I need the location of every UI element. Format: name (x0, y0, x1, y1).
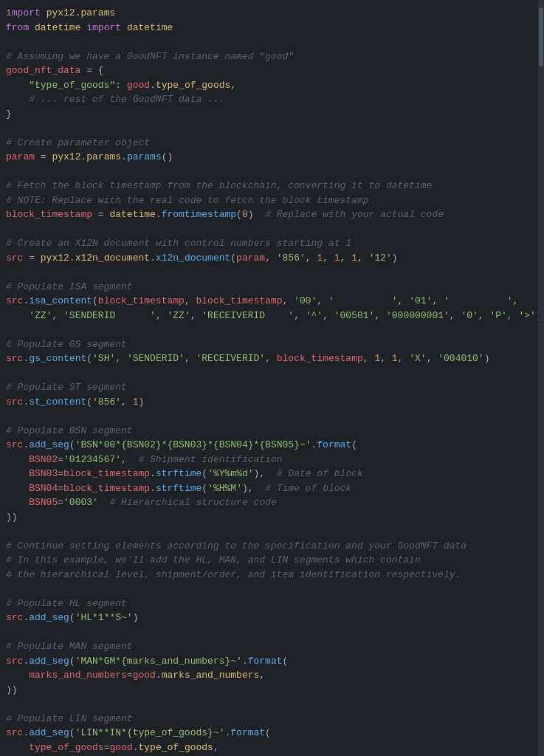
code-line-42: # Populate HL segment (6, 597, 529, 611)
code-line-48: )) (6, 683, 529, 698)
code-line-43: src.add_seg('HL*1**S~') (6, 611, 529, 625)
scrollbar-thumb[interactable] (539, 7, 543, 66)
code-line-37 (6, 524, 529, 539)
code-line-52: type_of_goods=good.type_of_goods, (6, 740, 529, 755)
code-line-19 (6, 265, 529, 280)
code-line-10: # Create parameter object (6, 136, 529, 151)
code-line-33: BSN03=block_timestamp.strftime('%Y%m%d')… (6, 467, 529, 481)
code-line-40: # the hierarchical level, shipment/order… (6, 568, 529, 583)
code-line-27: # Populate ST segment (6, 380, 529, 395)
code-line-25: src.gs_content('SH', 'SENDERID', 'RECEIV… (6, 351, 529, 366)
code-line-26 (6, 366, 529, 381)
code-line-51: src.add_seg('LIN**IN*{type_of_goods}~'.f… (6, 726, 529, 740)
code-line-16 (6, 222, 529, 237)
code-line-8: } (6, 107, 529, 122)
code-line-1: import pyx12.params (6, 6, 529, 21)
code-editor: import pyx12.params from datetime import… (0, 0, 544, 756)
code-line-21: src.isa_content(block_timestamp, block_t… (6, 294, 529, 309)
code-line-5: good_nft_data = { (6, 63, 529, 78)
scrollbar-track[interactable] (538, 0, 544, 756)
code-line-38: # Continue setting elements according to… (6, 539, 529, 554)
code-line-9 (6, 121, 529, 136)
code-line-47: marks_and_numbers=good.marks_and_numbers… (6, 668, 529, 683)
code-line-23 (6, 323, 529, 337)
code-line-22: 'ZZ', 'SENDERID ', 'ZZ', 'RECEIVERID ', … (6, 309, 529, 323)
code-line-11: param = pyx12.params.params() (6, 150, 529, 165)
code-line-15: block_timestamp = datetime.fromtimestamp… (6, 207, 529, 222)
code-line-50: # Populate LIN segment (6, 712, 529, 726)
code-line-39: # In this example, we'll add the HL, MAN… (6, 553, 529, 568)
code-line-4: # Assuming we have a GoodNFT instance na… (6, 49, 529, 64)
code-line-2: from datetime import datetime (6, 21, 529, 35)
code-line-31: src.add_seg('BSN*00*{BSN02}*{BSN03}*{BSN… (6, 438, 529, 453)
code-line-45: # Populate MAN segment (6, 639, 529, 654)
code-line-46: src.add_seg('MAN*GM*{marks_and_numbers}~… (6, 654, 529, 669)
code-line-28: src.st_content('856', 1) (6, 395, 529, 410)
code-line-35: BSN05='0003' # Hierarchical structure co… (6, 495, 529, 510)
code-line-12 (6, 165, 529, 179)
code-line-32: BSN02='01234567', # Shipment identificat… (6, 453, 529, 467)
code-line-7: # ... rest of the GoodNFT data ... (6, 92, 529, 107)
code-line-18: src = pyx12.x12n_document.x12n_document(… (6, 251, 529, 266)
code-line-6: "type_of_goods": good.type_of_goods, (6, 78, 529, 93)
code-line-44 (6, 625, 529, 640)
code-line-30: # Populate BSN segment (6, 424, 529, 439)
code-line-13: # Fetch the block timestamp from the blo… (6, 179, 529, 193)
code-line-36: )) (6, 510, 529, 525)
code-line-41 (6, 582, 529, 597)
code-line-49 (6, 697, 529, 712)
code-line-3 (6, 35, 529, 49)
code-line-34: BSN04=block_timestamp.strftime('%H%M'), … (6, 481, 529, 496)
code-line-29 (6, 409, 529, 424)
code-line-14: # NOTE: Replace with the real code to fe… (6, 193, 529, 208)
code-line-24: # Populate GS segment (6, 337, 529, 352)
code-area[interactable]: import pyx12.params from datetime import… (0, 0, 538, 756)
code-line-17: # Create an X12N document with control n… (6, 236, 529, 251)
code-line-20: # Populate ISA segment (6, 280, 529, 295)
